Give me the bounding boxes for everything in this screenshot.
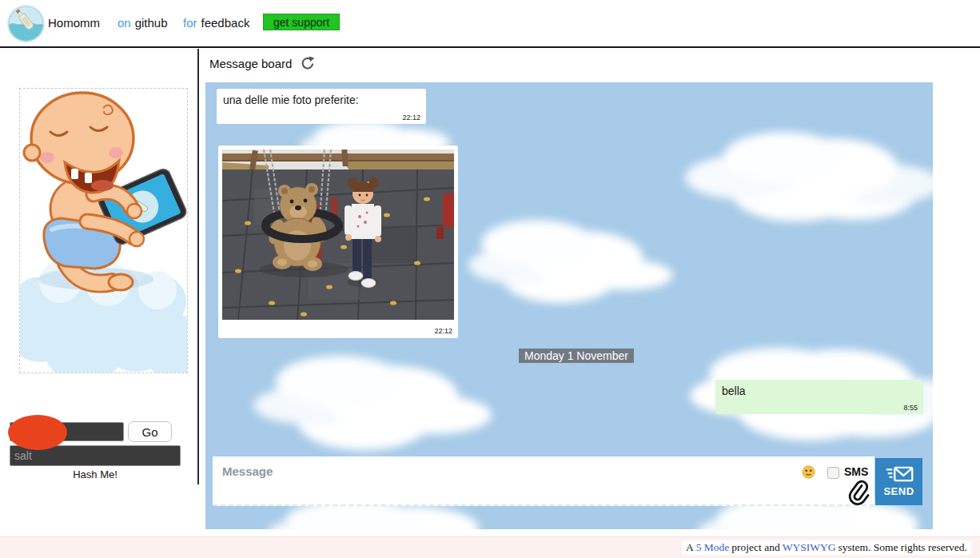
app-logo-bottle-icon[interactable] [8,6,44,42]
footer-link-5mode[interactable]: 5 Mode [696,541,730,553]
app-title: Homomm [48,16,100,30]
paperclip-icon[interactable] [845,478,870,507]
message-time: 8:55 [903,404,918,412]
footer-link-wysiwyg[interactable]: WYSIWYG [783,541,836,553]
redaction-overlay [8,415,67,450]
sidebar-divider [197,49,199,484]
header: Homomm ongithub forfeedback get support [0,0,980,48]
send-button[interactable]: SEND [875,458,922,505]
cloud [481,220,593,266]
message-bubble-sent: bella 8:55 [715,380,923,414]
message-time: 22:12 [434,327,452,335]
footer: A5 Modeproject andWYSIWYGsystem. Some ri… [0,536,980,558]
message-bubble-photo: 22:12 [218,145,458,338]
hash-me-link[interactable]: Hash Me! [10,468,181,480]
message-text: bella [722,385,746,397]
message-input[interactable] [213,456,874,506]
sms-checkbox[interactable] [827,467,839,479]
message-board: una delle mie foto preferite: 22:12 [205,82,933,529]
message-time: 22:12 [402,114,420,122]
message-bubble-received: una delle mie foto preferite: 22:12 [217,89,426,124]
message-text: una delle mie foto preferite: [223,94,359,106]
nav-link-github[interactable]: ongithub [118,16,168,30]
homomm-app: Homomm ongithub forfeedback get support [0,0,980,558]
footer-credits: A5 Modeproject andWYSIWYGsystem. Some ri… [682,540,971,555]
cloud [723,132,843,181]
cloud [276,356,404,407]
nav-link-feedback[interactable]: forfeedback [183,16,249,30]
refresh-icon[interactable] [300,56,316,71]
send-label: SEND [883,485,914,497]
playground-photo[interactable] [222,149,454,320]
page-title: Message board [209,57,292,70]
emoji-smiley-icon[interactable] [802,465,815,479]
go-button[interactable]: Go [128,421,172,442]
date-divider: Monday 1 November [519,349,634,363]
board-title-row: Message board [209,56,316,71]
send-envelope-icon [884,466,914,483]
get-support-button[interactable]: get support [263,14,340,30]
mascot-baby-image [19,88,188,373]
